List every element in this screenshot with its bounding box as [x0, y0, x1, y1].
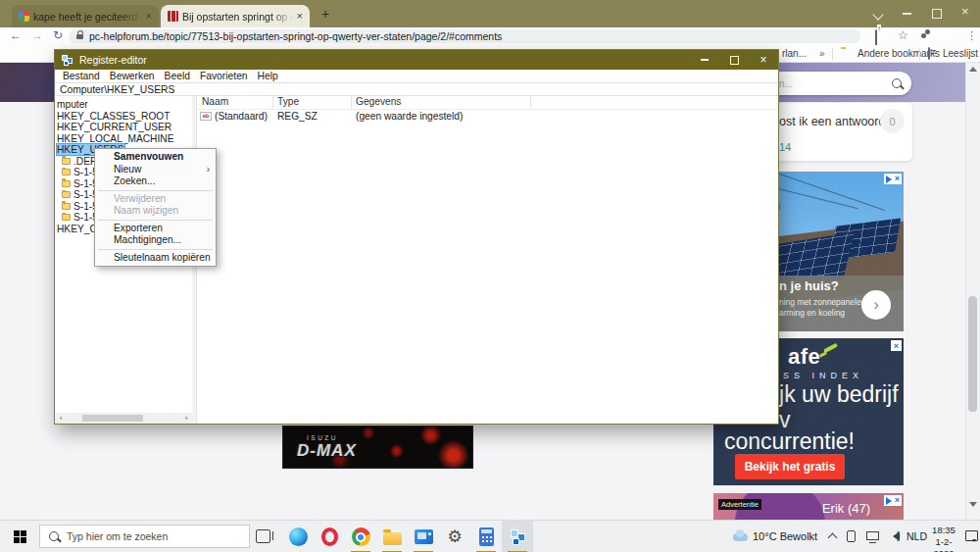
regedit-menu-beeld[interactable]: Beeld — [160, 71, 195, 81]
ad-dating[interactable]: Advertentie Erik (47) × — [713, 493, 904, 520]
weather-icon[interactable] — [733, 533, 748, 541]
window-maximize-button[interactable] — [932, 9, 942, 19]
task-view-icon[interactable] — [256, 529, 270, 543]
reading-list-button[interactable]: Leeslijst — [943, 48, 978, 59]
adchoices[interactable]: × — [884, 495, 902, 506]
clock[interactable]: 18:35 1-2-2022 — [925, 525, 962, 552]
taskbar-app-calculator[interactable] — [470, 521, 502, 552]
forum-link-fragment[interactable]: 14 — [779, 141, 791, 153]
search-icon[interactable] — [892, 78, 902, 88]
context-menu-item[interactable]: Samenvouwen — [95, 151, 216, 164]
phone-companion-icon[interactable] — [847, 530, 856, 542]
window-close-button[interactable]: × — [961, 6, 969, 18]
volume-icon[interactable] — [888, 531, 900, 541]
address-bar[interactable]: pc-helpforum.be/topic/77513-bij-opstarte… — [69, 29, 860, 43]
weather-text[interactable]: 10°C Bewolkt — [753, 530, 817, 542]
regedit-titlebar[interactable]: Register-editor × — [55, 50, 778, 70]
action-center-icon[interactable] — [965, 530, 978, 541]
scroll-left-arrow[interactable]: ‹ — [55, 414, 67, 423]
ad-isuzu-banner[interactable]: ISUZU D-MAX — [282, 426, 473, 469]
new-tab-button[interactable]: + — [321, 6, 329, 22]
ad-arrow-button[interactable]: › — [861, 290, 891, 320]
back-icon[interactable]: ← — [10, 28, 22, 42]
menu-separator — [98, 220, 213, 221]
bookmark-item[interactable]: rlan... — [782, 48, 807, 59]
regedit-address-text: Computer\HKEY_USERS — [60, 84, 174, 95]
scrollbar-thumb[interactable] — [82, 415, 143, 422]
forward-icon[interactable]: → — [31, 28, 43, 42]
browser-tab-1[interactable]: kape heeft je geciteerd op een va × — [12, 5, 159, 27]
regedit-menu-bestand[interactable]: Bestand — [58, 71, 105, 81]
ad-close-icon[interactable]: × — [895, 496, 900, 505]
network-icon[interactable] — [866, 531, 879, 540]
registry-value-row[interactable]: ab (Standaard) REG_SZ (geen waarde inges… — [197, 111, 778, 123]
bookmark-star-icon[interactable]: ☆ — [898, 28, 908, 42]
column-divider[interactable] — [272, 96, 273, 109]
scroll-up-arrow[interactable] — [969, 67, 977, 72]
regedit-minimize-button[interactable] — [690, 50, 719, 70]
folder-icon — [62, 203, 71, 210]
reload-icon[interactable]: ↻ — [53, 28, 63, 42]
regedit-address-bar[interactable]: Computer\HKEY_USERS — [55, 82, 778, 96]
browser-tab-2-active[interactable]: Bij opstarten springt op qwerty v × — [161, 5, 310, 27]
column-header-naam[interactable]: Naam — [202, 96, 228, 107]
taskbar-search-input[interactable]: Typ hier om te zoeken — [39, 525, 250, 548]
taskbar-app-edge[interactable] — [282, 521, 314, 552]
column-divider[interactable] — [530, 96, 531, 109]
lock-icon[interactable] — [76, 34, 83, 39]
context-menu-item[interactable]: Exporteren — [95, 223, 216, 235]
taskbar-app-regedit-active[interactable] — [502, 521, 533, 552]
regedit-menu-bewerken[interactable]: Bewerken — [105, 71, 160, 81]
column-divider[interactable] — [351, 96, 352, 109]
context-menu-item[interactable]: Zoeken... — [95, 176, 216, 188]
scroll-right-arrow[interactable]: › — [180, 414, 192, 423]
column-header-gegevens[interactable]: Gegevens — [356, 96, 401, 107]
taskbar-app-photos[interactable] — [408, 521, 439, 552]
tree-item-label: mputer — [57, 99, 88, 110]
ad-cta-button[interactable]: Bekijk het gratis — [735, 454, 845, 479]
page-scrollbar-thumb[interactable] — [968, 296, 977, 412]
taskbar-app-settings[interactable]: ⚙ — [439, 521, 470, 552]
regedit-window: Register-editor × BestandBewerkenBeeldFa… — [54, 49, 779, 425]
tree-item[interactable]: HKEY_CLASSES_ROOT — [55, 111, 192, 123]
adchoices-icon[interactable] — [886, 497, 892, 505]
tab-close-icon[interactable]: × — [297, 11, 303, 22]
language-indicator[interactable]: NLD — [906, 530, 927, 542]
bookmarks-overflow-chevron[interactable]: » — [819, 48, 825, 59]
taskbar-app-chrome[interactable] — [345, 521, 376, 552]
tree-item[interactable]: HKEY_CURRENT_USER — [55, 122, 192, 133]
ad-close-icon[interactable]: × — [895, 175, 900, 183]
adchoices-icon[interactable] — [886, 176, 892, 183]
adchoices[interactable]: × — [884, 174, 902, 184]
tab-search-icon[interactable] — [874, 11, 882, 19]
tree-item[interactable]: mputer — [55, 99, 192, 111]
start-button[interactable] — [0, 521, 39, 552]
chrome-menu-icon[interactable]: ⋮ — [966, 29, 977, 42]
regedit-close-button[interactable]: × — [749, 50, 778, 70]
forum-topic-title[interactable]: ost ik een antwoord? — [779, 115, 892, 128]
tab-close-icon[interactable]: × — [146, 11, 152, 22]
tree-item-label: HKEY_CURRENT_USER — [57, 122, 172, 132]
reply-count-badge: 0 — [880, 109, 905, 133]
tray-overflow-icon[interactable] — [828, 533, 838, 543]
regedit-menu-help[interactable]: Help — [253, 71, 283, 81]
regedit-maximize-button[interactable] — [719, 50, 749, 70]
tree-item[interactable]: HKEY_LOCAL_MACHINE — [55, 133, 192, 145]
regedit-menu-favorieten[interactable]: Favorieten — [195, 71, 253, 81]
scroll-down-arrow[interactable] — [969, 502, 977, 507]
gear-icon: ⚙ — [447, 528, 462, 545]
taskbar-app-explorer[interactable] — [376, 521, 408, 552]
tree-horizontal-scrollbar[interactable]: ‹ › — [55, 413, 192, 424]
ad-brand: ISUZU — [307, 434, 338, 441]
context-menu-item[interactable]: Nieuw› — [95, 164, 216, 176]
context-menu-item[interactable]: Machtigingen... — [95, 234, 216, 247]
window-minimize-button[interactable] — [903, 8, 911, 15]
page-scrollbar[interactable] — [965, 63, 980, 520]
ad-headline-fragment: n je huis? — [779, 278, 839, 293]
value-data: (geen waarde ingesteld) — [356, 111, 463, 122]
column-header-type[interactable]: Type — [277, 96, 299, 107]
folder-icon — [62, 191, 71, 198]
ad-close-icon[interactable]: × — [891, 340, 902, 351]
context-menu-item[interactable]: Sleutelnaam kopiëren — [95, 252, 216, 265]
taskbar-app-opera[interactable] — [314, 521, 345, 552]
